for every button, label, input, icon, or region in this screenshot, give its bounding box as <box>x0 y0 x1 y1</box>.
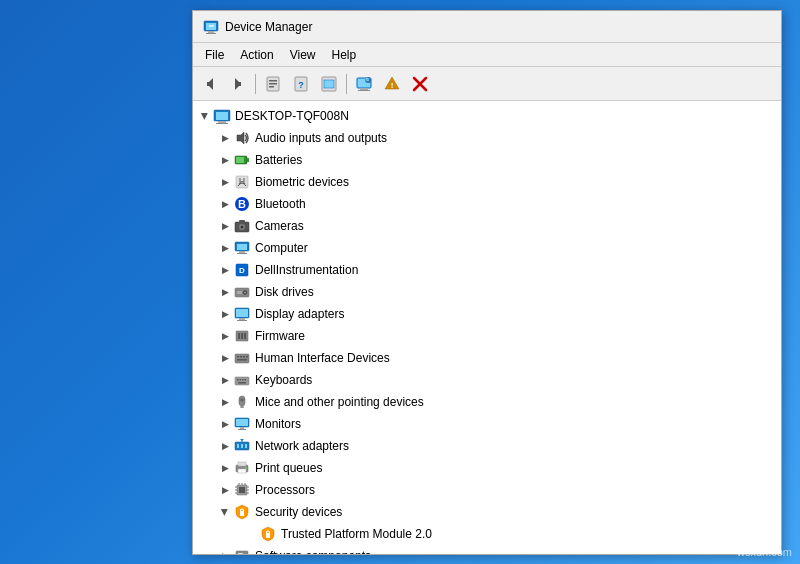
security-label: Security devices <box>255 505 342 519</box>
bluetooth-label: Bluetooth <box>255 197 306 211</box>
tree-item-batteries[interactable]: ▶ Batteries <box>193 149 781 171</box>
svg-rect-29 <box>216 123 228 124</box>
svg-rect-89 <box>238 469 246 473</box>
svg-rect-69 <box>240 379 242 381</box>
software-icon <box>233 547 251 554</box>
monitors-label: Monitors <box>255 417 301 431</box>
svg-text:B: B <box>238 198 246 210</box>
tree-item-cameras[interactable]: ▶ Cameras <box>193 215 781 237</box>
tree-item-disk[interactable]: ▶ Disk drives <box>193 281 781 303</box>
disk-label: Disk drives <box>255 285 314 299</box>
print-icon <box>233 459 251 477</box>
menu-view[interactable]: View <box>282 46 324 64</box>
svg-point-90 <box>245 467 247 469</box>
svg-point-51 <box>244 292 246 294</box>
tree-item-bluetooth[interactable]: ▶ B Bluetooth <box>193 193 781 215</box>
biometric-icon <box>233 173 251 191</box>
svg-rect-63 <box>240 356 242 358</box>
svg-rect-11 <box>269 83 277 85</box>
uninstall-button[interactable]: ! <box>379 71 405 97</box>
svg-rect-28 <box>218 121 226 123</box>
dell-arrow: ▶ <box>217 262 233 278</box>
processors-icon <box>233 481 251 499</box>
back-button[interactable] <box>197 71 223 97</box>
computer-label: Computer <box>255 241 308 255</box>
tree-item-dell[interactable]: ▶ D DellInstrumentation <box>193 259 781 281</box>
svg-rect-61 <box>235 354 249 363</box>
svg-text:🔍: 🔍 <box>365 77 372 84</box>
mouse-label: Mice and other pointing devices <box>255 395 424 409</box>
svg-rect-66 <box>237 359 247 361</box>
svg-rect-70 <box>242 379 244 381</box>
tree-item-audio[interactable]: ▶ Audio inputs and outputs <box>193 127 781 149</box>
svg-rect-42 <box>239 220 245 223</box>
properties-button[interactable] <box>260 71 286 97</box>
svg-rect-27 <box>216 112 228 120</box>
svg-marker-86 <box>240 439 244 441</box>
tree-item-monitors[interactable]: ▶ Monitors <box>193 413 781 435</box>
svg-rect-10 <box>269 80 277 82</box>
tree-item-mouse[interactable]: ▶ Mice and other pointing devices <box>193 391 781 413</box>
tree-content[interactable]: ▶ DESKTOP-TQF008N ▶ Audio <box>193 101 781 554</box>
tree-item-hid[interactable]: ▶ Human Interface Devices <box>193 347 781 369</box>
svg-rect-60 <box>244 333 246 339</box>
cameras-label: Cameras <box>255 219 304 233</box>
scan-button[interactable]: 🔍 <box>351 71 377 97</box>
tree-item-display[interactable]: ▶ Display adapters <box>193 303 781 325</box>
svg-rect-16 <box>324 80 334 88</box>
delete-button[interactable] <box>407 71 433 97</box>
title-bar-text: Device Manager <box>225 20 312 34</box>
processors-label: Processors <box>255 483 315 497</box>
svg-rect-84 <box>245 444 247 448</box>
tpm-label: Trusted Platform Module 2.0 <box>281 527 432 541</box>
tree-item-keyboard[interactable]: ▶ Keyboards <box>193 369 781 391</box>
tree-item-computer[interactable]: ▶ Computer <box>193 237 781 259</box>
tree-item-software[interactable]: ▶ Software components <box>193 545 781 554</box>
tree-item-security[interactable]: ▶ Security devices <box>193 501 781 523</box>
bluetooth-arrow: ▶ <box>217 196 233 212</box>
forward-button[interactable] <box>225 71 251 97</box>
toolbar-sep-1 <box>255 74 256 94</box>
audio-label: Audio inputs and outputs <box>255 131 387 145</box>
toolbar: ? 🔍 ! <box>193 67 781 101</box>
svg-rect-62 <box>237 356 239 358</box>
tree-item-print[interactable]: ▶ Print queues <box>193 457 781 479</box>
monitors-arrow: ▶ <box>217 416 233 432</box>
svg-rect-72 <box>238 382 246 384</box>
svg-rect-71 <box>245 379 247 381</box>
batteries-arrow: ▶ <box>217 152 233 168</box>
network-arrow: ▶ <box>217 438 233 454</box>
network-label: Network adapters <box>255 439 349 453</box>
tree-item-tpm[interactable]: ▶ Trusted Platform Module 2.0 <box>193 523 781 545</box>
tree-item-processors[interactable]: ▶ Processors <box>193 479 781 501</box>
keyboard-label: Keyboards <box>255 373 312 387</box>
svg-rect-82 <box>237 444 239 448</box>
firmware-icon <box>233 327 251 345</box>
display-label: Display adapters <box>255 307 344 321</box>
batteries-label: Batteries <box>255 153 302 167</box>
audio-icon <box>233 129 251 147</box>
dell-icon: D <box>233 261 251 279</box>
menu-file[interactable]: File <box>197 46 232 64</box>
tree-item-firmware[interactable]: ▶ Firmware <box>193 325 781 347</box>
display-icon <box>233 305 251 323</box>
svg-rect-83 <box>241 444 243 448</box>
title-bar-icon <box>203 19 219 35</box>
update-button[interactable] <box>316 71 342 97</box>
root-arrow: ▶ <box>197 108 213 124</box>
svg-rect-67 <box>235 377 249 385</box>
help-button[interactable]: ? <box>288 71 314 97</box>
print-arrow: ▶ <box>217 460 233 476</box>
menu-action[interactable]: Action <box>232 46 281 64</box>
svg-rect-65 <box>246 356 248 358</box>
tree-item-network[interactable]: ▶ Network adapters <box>193 435 781 457</box>
svg-rect-55 <box>239 318 245 320</box>
menu-help[interactable]: Help <box>324 46 365 64</box>
device-manager-window: Device Manager File Action View Help <box>192 10 782 555</box>
watermark: wsxdn.com <box>737 546 792 558</box>
svg-text:D: D <box>239 266 245 275</box>
svg-rect-107 <box>238 553 243 554</box>
tree-root[interactable]: ▶ DESKTOP-TQF008N <box>193 105 781 127</box>
tree-item-biometric[interactable]: ▶ Biometric devices <box>193 171 781 193</box>
security-icon <box>233 503 251 521</box>
